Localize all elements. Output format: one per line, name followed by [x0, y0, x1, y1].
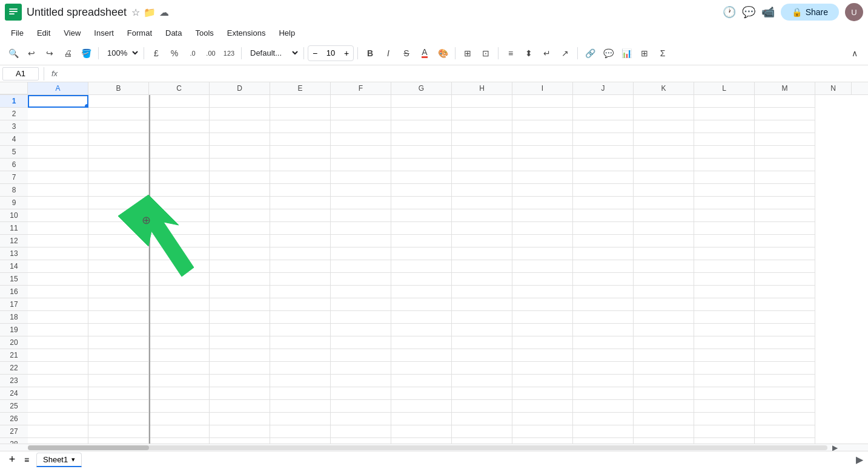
col-header-J[interactable]: J: [573, 82, 634, 95]
cell-F9[interactable]: [331, 197, 391, 209]
cell-H9[interactable]: [452, 197, 512, 209]
cell-K14[interactable]: [634, 260, 694, 273]
row-num-23[interactable]: 23: [0, 375, 28, 387]
insert-chart-button[interactable]: 📊: [618, 45, 635, 62]
collapse-toolbar-button[interactable]: ∧: [846, 45, 863, 62]
h-align-button[interactable]: ≡: [502, 45, 519, 62]
cell-G14[interactable]: [391, 260, 452, 273]
cell-A4[interactable]: [28, 133, 88, 146]
cell-M2[interactable]: [755, 108, 815, 120]
cell-A22[interactable]: [28, 362, 88, 375]
cell-G6[interactable]: [391, 159, 452, 171]
cell-E7[interactable]: [270, 171, 331, 184]
cell-G5[interactable]: [391, 146, 452, 159]
cell-H5[interactable]: [452, 146, 512, 159]
cell-E25[interactable]: [270, 400, 331, 413]
user-avatar[interactable]: U: [845, 3, 863, 21]
cell-I23[interactable]: [512, 375, 573, 387]
cell-A11[interactable]: [28, 222, 88, 235]
column-resize-handle[interactable]: [149, 95, 150, 444]
cell-B7[interactable]: [88, 171, 149, 184]
cell-D15[interactable]: [210, 273, 270, 286]
cell-E26[interactable]: [270, 413, 331, 425]
cell-L7[interactable]: [694, 171, 755, 184]
cell-M15[interactable]: [755, 273, 815, 286]
cell-M26[interactable]: [755, 413, 815, 425]
redo-button[interactable]: ↪: [41, 45, 58, 62]
folder-icon[interactable]: 📁: [144, 7, 156, 18]
cell-J13[interactable]: [573, 247, 634, 260]
cell-J8[interactable]: [573, 184, 634, 197]
text-rotate-button[interactable]: ↗: [557, 45, 574, 62]
row-num-6[interactable]: 6: [0, 159, 28, 171]
cell-I5[interactable]: [512, 146, 573, 159]
cell-B5[interactable]: [88, 146, 149, 159]
document-title[interactable]: Untitled spreadsheet: [27, 6, 127, 19]
cell-reference-input[interactable]: [2, 67, 39, 80]
cell-E13[interactable]: [270, 247, 331, 260]
cell-M5[interactable]: [755, 146, 815, 159]
cell-H10[interactable]: [452, 209, 512, 222]
cell-M21[interactable]: [755, 349, 815, 362]
cell-I24[interactable]: [512, 387, 573, 400]
row-num-2[interactable]: 2: [0, 108, 28, 120]
cell-A27[interactable]: [28, 425, 88, 438]
cell-A17[interactable]: [28, 298, 88, 311]
cell-C27[interactable]: [149, 425, 210, 438]
filter-button[interactable]: ⊞: [636, 45, 653, 62]
row-num-3[interactable]: 3: [0, 120, 28, 133]
cell-M8[interactable]: [755, 184, 815, 197]
cell-C7[interactable]: [149, 171, 210, 184]
cell-M18[interactable]: [755, 311, 815, 324]
cell-F17[interactable]: [331, 298, 391, 311]
cell-C24[interactable]: [149, 387, 210, 400]
cell-C23[interactable]: [149, 375, 210, 387]
cell-F24[interactable]: [331, 387, 391, 400]
cell-F28[interactable]: [331, 438, 391, 444]
cell-E23[interactable]: [270, 375, 331, 387]
cell-G19[interactable]: [391, 324, 452, 336]
cell-K7[interactable]: [634, 171, 694, 184]
cell-H25[interactable]: [452, 400, 512, 413]
cell-H22[interactable]: [452, 362, 512, 375]
cell-D17[interactable]: [210, 298, 270, 311]
cell-E21[interactable]: [270, 349, 331, 362]
cell-D12[interactable]: [210, 235, 270, 247]
cell-K3[interactable]: [634, 120, 694, 133]
cell-L11[interactable]: [694, 222, 755, 235]
cell-E1[interactable]: [270, 95, 331, 108]
cell-C6[interactable]: [149, 159, 210, 171]
cell-J26[interactable]: [573, 413, 634, 425]
row-num-11[interactable]: 11: [0, 222, 28, 235]
cell-A2[interactable]: [28, 108, 88, 120]
cell-I9[interactable]: [512, 197, 573, 209]
cell-A26[interactable]: [28, 413, 88, 425]
cell-J6[interactable]: [573, 159, 634, 171]
cell-E24[interactable]: [270, 387, 331, 400]
cell-K18[interactable]: [634, 311, 694, 324]
cell-D11[interactable]: [210, 222, 270, 235]
row-num-21[interactable]: 21: [0, 349, 28, 362]
cell-D6[interactable]: [210, 159, 270, 171]
cell-F7[interactable]: [331, 171, 391, 184]
row-num-24[interactable]: 24: [0, 387, 28, 400]
cell-A5[interactable]: [28, 146, 88, 159]
cell-H13[interactable]: [452, 247, 512, 260]
cell-A9[interactable]: [28, 197, 88, 209]
cell-K2[interactable]: [634, 108, 694, 120]
cell-C25[interactable]: [149, 400, 210, 413]
cell-C22[interactable]: [149, 362, 210, 375]
cell-M24[interactable]: [755, 387, 815, 400]
cell-I12[interactable]: [512, 235, 573, 247]
cell-A23[interactable]: [28, 375, 88, 387]
cell-I2[interactable]: [512, 108, 573, 120]
cell-E19[interactable]: [270, 324, 331, 336]
cell-K23[interactable]: [634, 375, 694, 387]
menu-edit[interactable]: Edit: [31, 27, 56, 39]
v-align-button[interactable]: ⬍: [520, 45, 537, 62]
cell-H18[interactable]: [452, 311, 512, 324]
cell-M13[interactable]: [755, 247, 815, 260]
cell-B18[interactable]: [88, 311, 149, 324]
menu-extensions[interactable]: Extensions: [221, 27, 272, 39]
cell-B25[interactable]: [88, 400, 149, 413]
